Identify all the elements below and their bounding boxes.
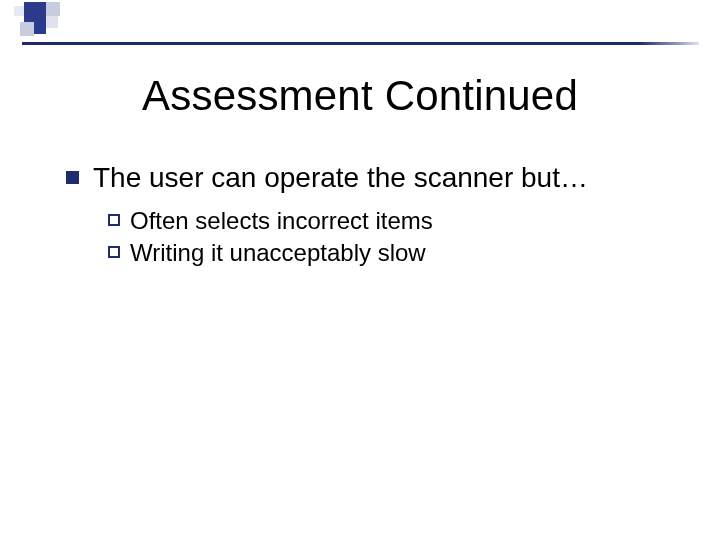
deco-square xyxy=(34,22,46,34)
slide-body: The user can operate the scanner but… Of… xyxy=(66,160,680,270)
deco-square xyxy=(24,2,46,22)
bullet-level2-text: Writing it unacceptably slow xyxy=(130,237,426,269)
deco-square xyxy=(14,6,24,16)
header-rule xyxy=(22,42,698,45)
slide: Assessment Continued The user can operat… xyxy=(0,0,720,540)
bullet-level2: Often selects incorrect items xyxy=(108,205,680,237)
bullet-level1: The user can operate the scanner but… xyxy=(66,160,680,195)
bullet-level2-text: Often selects incorrect items xyxy=(130,205,433,237)
square-bullet-icon xyxy=(66,171,79,184)
bullet-level1-text: The user can operate the scanner but… xyxy=(93,160,588,195)
corner-decoration xyxy=(0,0,90,54)
header-rule-fade xyxy=(639,42,699,45)
hollow-square-bullet-icon xyxy=(108,246,120,258)
deco-square xyxy=(46,16,58,28)
hollow-square-bullet-icon xyxy=(108,214,120,226)
slide-title: Assessment Continued xyxy=(0,72,720,120)
bullet-level2: Writing it unacceptably slow xyxy=(108,237,680,269)
deco-square xyxy=(20,22,34,36)
sub-bullets: Often selects incorrect items Writing it… xyxy=(108,205,680,270)
deco-square xyxy=(46,2,60,16)
